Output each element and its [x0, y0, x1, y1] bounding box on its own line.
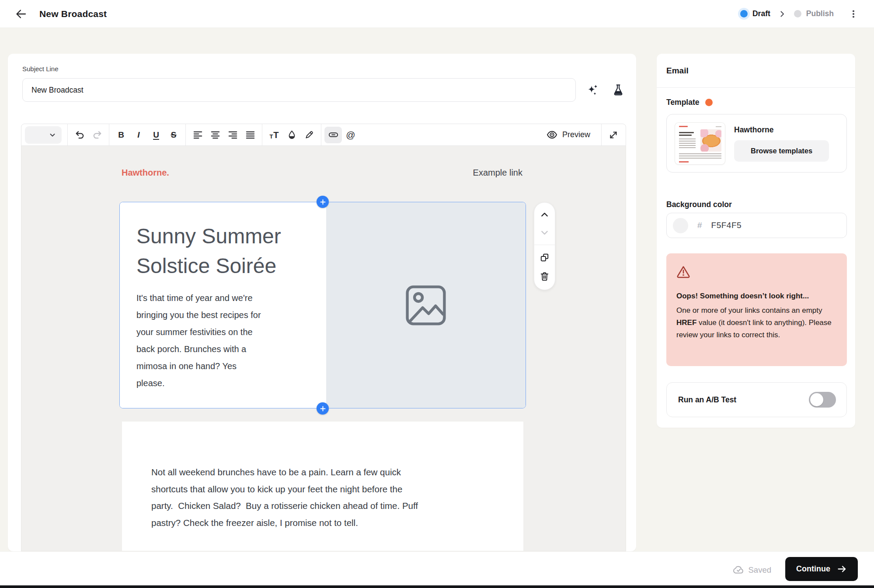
template-label: Template — [666, 98, 700, 107]
strikethrough-icon: S — [171, 130, 177, 140]
toolbar-divider — [185, 124, 186, 145]
bold-button[interactable]: B — [112, 127, 130, 143]
editor-panel: Subject Line — [8, 54, 636, 551]
bold-icon: B — [118, 130, 124, 140]
redo-button[interactable] — [88, 127, 106, 143]
duplicate-block-button[interactable] — [538, 251, 551, 264]
template-card: Hawthorne Browse templates — [666, 114, 847, 173]
text-size-button[interactable]: TT — [265, 127, 283, 143]
ab-test-toggle[interactable] — [809, 392, 836, 408]
toolbar-divider — [109, 124, 109, 145]
move-block-down-button[interactable] — [539, 227, 550, 239]
align-center-button[interactable] — [206, 127, 224, 143]
email-header-row: Hawthorne. Example link — [122, 168, 522, 178]
text-color-button[interactable] — [283, 127, 300, 143]
link-button[interactable] — [324, 127, 342, 143]
pen-icon — [304, 130, 314, 140]
template-thumbnail[interactable] — [675, 123, 725, 164]
subject-line-label: Subject Line — [22, 65, 59, 73]
undo-button[interactable] — [71, 127, 88, 143]
subject-row — [22, 78, 627, 102]
save-status: Saved — [733, 564, 771, 576]
mention-button[interactable]: @ — [342, 127, 359, 143]
fullscreen-button[interactable] — [605, 127, 622, 143]
chevron-down-icon — [540, 228, 549, 237]
add-block-below-button[interactable] — [317, 402, 329, 415]
email-settings-panel: Email Template Hawthorne Browse template… — [657, 54, 855, 428]
browse-templates-button[interactable]: Browse templates — [734, 140, 829, 162]
template-section-header: Template — [666, 98, 713, 107]
expand-icon — [608, 130, 619, 140]
align-justify-button[interactable] — [241, 127, 259, 143]
email-text-block[interactable]: Not all weekend brunches have to be a pa… — [122, 422, 523, 551]
alert-body: One or more of your links contains an em… — [676, 304, 837, 341]
toolbar-divider — [67, 124, 68, 145]
saved-label: Saved — [749, 565, 771, 575]
underline-icon: U — [153, 130, 159, 140]
hero-heading[interactable]: Sunny Summer Solstice Soirée — [136, 221, 310, 281]
block-type-dropdown[interactable] — [25, 126, 62, 144]
ab-test-label: Run an A/B Test — [678, 395, 736, 405]
background-color-label: Background color — [666, 200, 732, 209]
delete-block-button[interactable] — [538, 270, 551, 283]
toolbar-divider — [262, 124, 262, 145]
image-placeholder-icon — [403, 282, 449, 329]
hero-text-column[interactable]: Sunny Summer Solstice Soirée It's that t… — [120, 202, 326, 408]
alert-title: Oops! Something doesn’t look right... — [676, 292, 837, 301]
align-left-button[interactable] — [189, 127, 206, 143]
back-button[interactable] — [13, 6, 29, 22]
background-color-input[interactable]: # F5F4F5 — [666, 213, 847, 238]
ab-test-flask-button[interactable] — [610, 82, 627, 98]
continue-button[interactable]: Continue — [785, 557, 858, 581]
email-canvas: Hawthorne. Example link Sunny Summer Sol… — [21, 146, 626, 551]
email-header-link[interactable]: Example link — [473, 168, 522, 178]
color-swatch[interactable] — [673, 218, 688, 233]
broadcast-editor-app: New Broadcast Draft Publish — [0, 0, 874, 588]
add-block-above-button[interactable] — [317, 196, 329, 208]
move-block-up-button[interactable] — [539, 209, 550, 221]
more-options-button[interactable] — [846, 7, 861, 21]
highlighter-button[interactable] — [300, 127, 318, 143]
undo-icon — [75, 130, 85, 140]
italic-button[interactable]: I — [130, 127, 147, 143]
hero-body-text[interactable]: It's that time of year and we're bringin… — [136, 290, 310, 392]
link-icon — [328, 129, 339, 140]
hex-hash-prefix: # — [697, 221, 702, 230]
underline-button[interactable]: U — [147, 127, 165, 143]
eye-icon — [547, 129, 557, 140]
selected-email-block[interactable]: Sunny Summer Solstice Soirée It's that t… — [119, 202, 526, 408]
hex-color-value[interactable]: F5F4F5 — [711, 221, 742, 230]
strikethrough-button[interactable]: S — [165, 127, 182, 143]
at-icon: @ — [346, 130, 355, 140]
align-right-icon — [228, 130, 238, 140]
align-left-icon — [193, 130, 203, 140]
subject-input[interactable] — [22, 78, 576, 102]
link-error-alert: Oops! Something doesn’t look right... On… — [666, 253, 847, 366]
align-right-button[interactable] — [224, 127, 241, 143]
status-step-publish[interactable]: Publish — [794, 9, 834, 18]
preview-button[interactable]: Preview — [539, 127, 598, 143]
continue-label: Continue — [796, 564, 830, 574]
trash-icon — [540, 271, 550, 281]
hero-image-slot[interactable] — [326, 202, 526, 408]
bottom-action-bar: Saved Continue — [0, 551, 874, 588]
publish-step-label: Publish — [806, 9, 834, 18]
text-size-icon: TT — [269, 131, 279, 139]
divider — [534, 245, 555, 245]
flask-icon — [612, 83, 625, 97]
ai-assist-button[interactable] — [585, 82, 601, 98]
email-brand-name[interactable]: Hawthorne. — [122, 168, 169, 178]
block-controls — [534, 202, 555, 290]
settings-title: Email — [666, 66, 689, 76]
publish-status-dot — [794, 10, 801, 17]
toolbar-divider — [601, 124, 602, 145]
status-step-draft[interactable]: Draft — [740, 9, 770, 18]
back-arrow-icon — [15, 8, 27, 20]
toggle-knob — [810, 393, 823, 406]
text-block-body[interactable]: Not all weekend brunches have to be a pa… — [122, 422, 523, 531]
cloud-check-icon — [733, 564, 745, 576]
kebab-icon — [849, 9, 858, 19]
top-bar: New Broadcast Draft Publish — [0, 0, 874, 28]
italic-icon: I — [137, 130, 139, 140]
chevron-down-icon — [49, 131, 56, 138]
